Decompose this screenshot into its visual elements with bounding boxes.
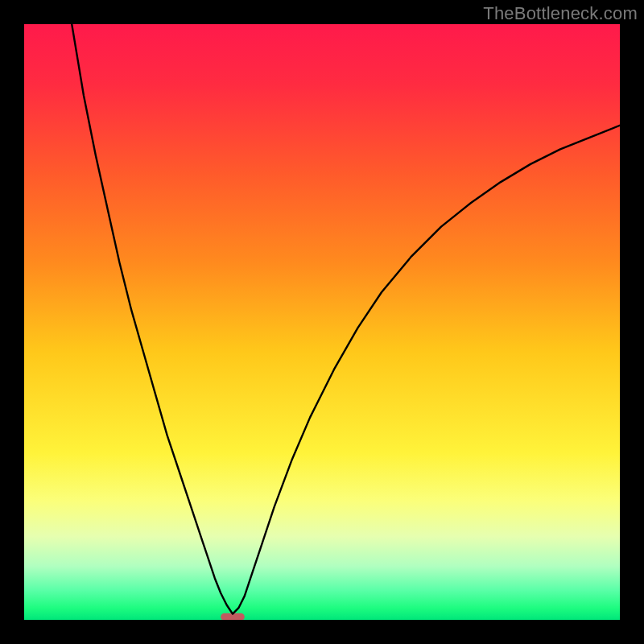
chart-plot-area xyxy=(24,24,620,620)
chart-svg xyxy=(24,24,620,620)
watermark-text: TheBottleneck.com xyxy=(483,3,638,24)
chart-background xyxy=(24,24,620,620)
chart-outer-frame: TheBottleneck.com xyxy=(0,0,644,644)
